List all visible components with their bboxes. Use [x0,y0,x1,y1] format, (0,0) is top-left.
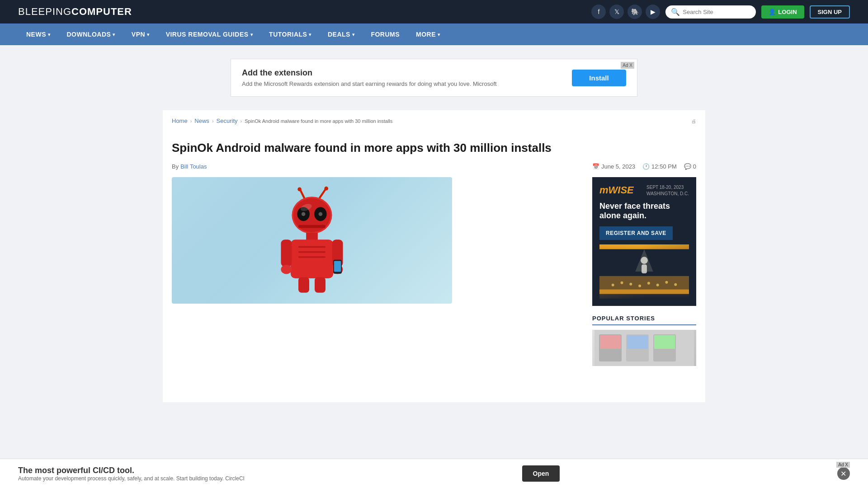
social-icons: f 𝕏 🐘 ▶ [591,5,660,19]
author-link[interactable]: Bill Toulas [180,163,207,170]
search-input[interactable] [683,9,750,15]
svg-rect-14 [298,251,326,253]
nav-more[interactable]: MORE ▾ [408,23,448,45]
clock-icon: 🕐 [642,163,650,170]
meta-time: 🕐 12:50 PM [642,163,677,170]
nav-news[interactable]: NEWS ▾ [18,23,59,45]
svg-rect-15 [298,256,326,258]
top-ad-banner: Add the extension Add the Microsoft Rewa… [231,59,637,97]
svg-point-1 [297,187,302,191]
ad-badge: Ad X [621,62,634,69]
svg-rect-23 [334,261,341,272]
comment-icon: 💬 [684,163,691,170]
svg-point-32 [656,284,659,286]
popular-stories: POPULAR STORIES [592,315,696,366]
breadcrumb-left: Home › News › Security › SpinOk Android … [172,117,392,124]
header-right: f 𝕏 🐘 ▶ 🔍 👤 LOGIN SIGN UP [591,5,850,19]
conference-logo: mWISE [599,184,634,196]
conference-headline: Never face threats alone again. [599,202,689,221]
svg-line-0 [300,190,304,197]
svg-rect-20 [298,277,309,292]
breadcrumb: Home › News › Security › SpinOk Android … [172,110,696,131]
article-body [172,177,579,304]
breadcrumb-security[interactable]: Security [217,117,238,124]
svg-point-8 [302,212,306,216]
calendar-icon: 📅 [592,163,599,170]
svg-rect-43 [600,335,621,349]
svg-rect-38 [599,290,689,294]
svg-point-27 [612,284,614,286]
chevron-down-icon: ▾ [113,32,115,37]
breadcrumb-news[interactable]: News [194,117,209,124]
article-hero-image [172,177,452,304]
svg-rect-12 [291,239,333,278]
sidebar-conference-ad: mWISE SEPT 18-20, 2023WASHINGTON, D.C. N… [592,177,696,306]
chevron-down-icon: ▾ [48,32,51,37]
mastodon-icon[interactable]: 🐘 [627,5,642,19]
main-container: Home › News › Security › SpinOk Android … [163,110,705,402]
sidebar: mWISE SEPT 18-20, 2023WASHINGTON, D.C. N… [592,177,696,366]
breadcrumb-separator: › [212,118,214,124]
chevron-down-icon: ▾ [438,32,440,37]
svg-rect-44 [627,335,648,349]
svg-point-28 [621,282,623,284]
search-box[interactable]: 🔍 [665,5,756,19]
nav-vpn[interactable]: VPN ▾ [123,23,158,45]
login-button[interactable]: 👤 LOGIN [761,5,804,19]
chevron-down-icon: ▾ [250,32,253,37]
ad-text: Add the extension Add the Microsoft Rewa… [242,68,497,87]
meta-comments[interactable]: 💬 0 [684,163,696,170]
nav-downloads[interactable]: DOWNLOADS ▾ [59,23,123,45]
site-header: BLEEPINGCOMPUTER f 𝕏 🐘 ▶ 🔍 👤 LOGIN SIGN … [0,0,868,23]
main-nav: NEWS ▾ DOWNLOADS ▾ VPN ▾ VIRUS REMOVAL G… [0,23,868,45]
conference-dates: SEPT 18-20, 2023WASHINGTON, D.C. [646,184,689,197]
nav-tutorials[interactable]: TUTORIALS ▾ [261,23,320,45]
conference-image [599,244,689,299]
svg-rect-10 [298,225,326,228]
meta-author: By Bill Toulas [172,163,207,170]
user-icon: 👤 [769,9,776,15]
svg-rect-21 [315,277,326,292]
print-icon[interactable]: 🖨 [691,118,696,124]
article-meta: By Bill Toulas 📅 June 5, 2023 🕐 12:50 PM… [172,163,696,170]
svg-point-34 [674,283,677,286]
chevron-down-icon: ▾ [352,32,355,37]
site-logo[interactable]: BLEEPINGCOMPUTER [18,6,132,18]
svg-point-29 [629,283,632,286]
popular-story-thumb[interactable] [592,330,696,366]
meta-date: 📅 June 5, 2023 [592,163,635,170]
svg-point-30 [638,285,641,287]
popular-stories-heading: POPULAR STORIES [592,315,696,325]
breadcrumb-separator: › [190,118,192,124]
search-icon: 🔍 [671,8,680,16]
facebook-icon[interactable]: f [591,5,606,19]
svg-point-18 [281,265,292,274]
meta-right: 📅 June 5, 2023 🕐 12:50 PM 💬 0 [592,163,696,170]
chevron-down-icon: ▾ [309,32,311,37]
content-layout: mWISE SEPT 18-20, 2023WASHINGTON, D.C. N… [172,177,696,366]
nav-forums[interactable]: FORUMS [363,23,408,45]
svg-point-9 [319,212,323,216]
nav-deals[interactable]: DEALS ▾ [320,23,363,45]
install-button[interactable]: Install [572,70,626,86]
svg-line-2 [320,189,326,198]
svg-point-31 [647,282,650,285]
chevron-down-icon: ▾ [147,32,150,37]
signup-button[interactable]: SIGN UP [810,5,850,19]
breadcrumb-current: SpinOk Android malware found in more app… [245,118,392,124]
svg-rect-13 [298,246,326,248]
svg-rect-11 [306,233,318,240]
svg-rect-45 [654,335,675,349]
article-title: SpinOk Android malware found in more app… [172,141,696,156]
nav-virus-removal[interactable]: VIRUS REMOVAL GUIDES ▾ [158,23,261,45]
youtube-icon[interactable]: ▶ [646,5,660,19]
register-button[interactable]: REGISTER AND SAVE [599,226,673,240]
svg-point-3 [324,187,328,191]
breadcrumb-home[interactable]: Home [172,117,188,124]
svg-rect-16 [281,239,292,267]
svg-point-33 [665,281,668,284]
breadcrumb-separator: › [241,118,242,124]
twitter-icon[interactable]: 𝕏 [609,5,624,19]
